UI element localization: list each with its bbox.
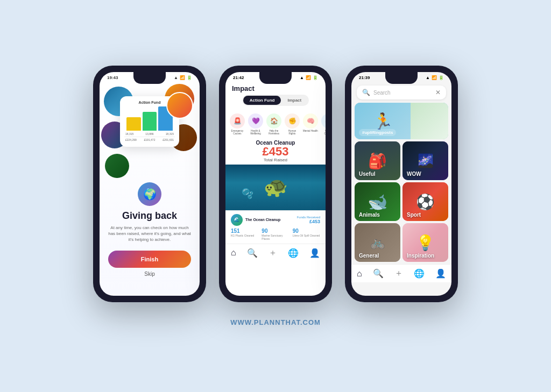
funds-info: Funds Received £453 xyxy=(297,216,320,224)
grid-item-inspiration[interactable]: 💡 Inspiration xyxy=(402,223,448,262)
grid-item-uplift[interactable]: 🏃 #upliftingposts xyxy=(355,103,448,139)
phone3-wrapper: 21:39 ▲ 📶 🔋 🔍 Search ✕ xyxy=(345,66,458,302)
nav3-add[interactable]: ＋ xyxy=(394,268,403,279)
signal-icon: ▲ xyxy=(174,75,178,80)
cat-ocean-circle: 🌊 xyxy=(321,113,326,129)
finish-button[interactable]: Finish xyxy=(108,251,191,268)
cat-homeless[interactable]: 🏠 Help the Homeless xyxy=(266,113,281,136)
aurora-icon: 🌌 xyxy=(418,153,434,168)
stat1-num: 151 xyxy=(231,228,258,234)
phone2-screen: 21:42 ▲ 📶 🔋 Impact Action Fund Impact xyxy=(225,72,326,296)
phone1-circles: Action Fund 18,315 13,886 18,315 £ xyxy=(100,81,200,178)
giving-title: Giving back xyxy=(108,210,191,222)
wifi-icon3: 📶 xyxy=(432,75,437,80)
impact-header: Impact Action Fund Impact xyxy=(225,81,326,111)
phone2: 21:42 ▲ 📶 🔋 Impact Action Fund Impact xyxy=(219,66,332,302)
grid-label-wow: WOW xyxy=(407,171,421,177)
phone3-time: 21:39 xyxy=(359,75,370,80)
uplift-right xyxy=(411,103,448,139)
phone2-time: 21:42 xyxy=(233,75,244,80)
phone1-notch xyxy=(133,72,166,84)
phone2-wrapper: 21:42 ▲ 📶 🔋 Impact Action Fund Impact xyxy=(219,66,332,302)
chart-val3: 18,315 xyxy=(166,132,174,136)
chart-totals: £224,299 £191,472 £201,631 xyxy=(124,137,175,142)
tab-action-fund[interactable]: Action Fund xyxy=(243,96,281,105)
cat-health-label: Health & Wellbeing xyxy=(248,130,263,136)
runner-icon: 🏃 xyxy=(373,112,393,131)
phone1-screen: 19:43 ▲ 📶 🔋 Action Fund xyxy=(100,72,200,296)
nav-globe[interactable]: 🌐 xyxy=(288,248,299,258)
phone2-notch xyxy=(259,72,292,84)
phone3: 21:39 ▲ 📶 🔋 🔍 Search ✕ xyxy=(345,66,458,302)
org-avatar: 🌊 xyxy=(231,214,243,226)
search-bar[interactable]: 🔍 Search ✕ xyxy=(357,85,446,99)
turtle-overlay: 🫧 🐢 xyxy=(225,165,326,210)
cat-emergency[interactable]: 🚨 Emergency Causes xyxy=(230,113,245,136)
nav-add[interactable]: ＋ xyxy=(269,247,277,259)
chart-total2: £191,472 xyxy=(144,138,156,141)
wifi-icon2: 📶 xyxy=(306,75,311,80)
nav3-profile[interactable]: 👤 xyxy=(435,268,446,279)
backpack-icon: 🎒 xyxy=(368,152,387,170)
grid-label-inspiration: Inspiration xyxy=(407,253,434,259)
battery-icon2: 🔋 xyxy=(313,75,318,80)
cat-rights[interactable]: ✊ Human Rights xyxy=(285,113,300,136)
cat-mental-circle: 🧠 xyxy=(303,113,318,129)
org-info: 🌊 The Ocean Cleanup xyxy=(231,214,280,226)
grid-item-sport[interactable]: ⚽ Sport xyxy=(402,182,448,221)
grid-item-animals[interactable]: 🐋 Animals xyxy=(355,182,400,221)
phone1: 19:43 ▲ 📶 🔋 Action Fund xyxy=(93,66,206,302)
phone1-wrapper: 19:43 ▲ 📶 🔋 Action Fund xyxy=(93,66,206,302)
nav3-home[interactable]: ⌂ xyxy=(357,269,362,279)
nav3-search[interactable]: 🔍 xyxy=(373,268,384,279)
signal-icon2: ▲ xyxy=(300,75,304,80)
stat3-num: 90 xyxy=(293,228,320,234)
cat-emergency-label: Emergency Causes xyxy=(230,130,245,136)
sport-icon: ⚽ xyxy=(416,193,435,211)
grid-label-sport: Sport xyxy=(407,212,421,218)
stat2-label: Marine Sanctuary Places xyxy=(262,234,289,240)
ocean-cleanup-label: Total Raised xyxy=(230,158,321,162)
impact-title: Impact xyxy=(232,84,319,92)
phone1-content: 🌍 Giving back At any time, you can check… xyxy=(100,178,200,281)
plastic-icon: 🫧 xyxy=(242,188,253,199)
search-icon: 🔍 xyxy=(362,89,370,96)
chart-total3: £201,631 xyxy=(163,138,174,141)
search-placeholder: Search xyxy=(373,90,432,96)
cat-homeless-label: Help the Homeless xyxy=(266,130,281,136)
bar-green xyxy=(143,112,157,131)
tab-impact[interactable]: Impact xyxy=(281,96,308,105)
turtle-image: 🫧 🐢 xyxy=(225,165,326,210)
circle-bot-left xyxy=(105,154,129,178)
org-card: 🌊 The Ocean Cleanup Funds Received £453 … xyxy=(225,210,326,244)
battery-icon: 🔋 xyxy=(187,75,192,80)
bikes-icon: 🚲 xyxy=(370,236,385,250)
nav-home[interactable]: ⌂ xyxy=(231,248,236,258)
stat3-label: Litres Oil Spill Cleaned xyxy=(293,234,320,237)
nav3-globe[interactable]: 🌐 xyxy=(414,268,425,279)
grid-label-useful: Useful xyxy=(359,171,376,177)
stat3: 90 Litres Oil Spill Cleaned xyxy=(293,228,320,240)
chart-total1: £224,299 xyxy=(125,138,137,141)
wifi-icon: 📶 xyxy=(180,75,185,80)
nav-profile[interactable]: 👤 xyxy=(309,248,320,258)
grid-item-general[interactable]: 🚲 General xyxy=(355,223,400,262)
cat-ocean[interactable]: 🌊 Ocean Cleanup xyxy=(321,113,326,136)
phone3-notch xyxy=(385,72,418,84)
search-close-icon[interactable]: ✕ xyxy=(435,89,441,96)
phone3-bottom-nav: ⌂ 🔍 ＋ 🌐 👤 xyxy=(351,264,451,282)
grid-item-useful[interactable]: 🎒 Useful xyxy=(355,141,400,180)
org-name: The Ocean Cleanup xyxy=(245,218,280,222)
cat-mental-label: Mental Health xyxy=(303,130,318,132)
phone1-status-icons: ▲ 📶 🔋 xyxy=(174,75,192,80)
stat2: 90 Marine Sanctuary Places xyxy=(262,228,289,240)
cat-mental[interactable]: 🧠 Mental Health xyxy=(303,113,318,136)
grid-item-wow[interactable]: 🌌 WOW xyxy=(402,141,448,180)
cat-health-circle: 💜 xyxy=(248,113,263,129)
cat-health[interactable]: 💜 Health & Wellbeing xyxy=(248,113,263,136)
stat1-label: KG Plastic Cleaned xyxy=(231,234,258,237)
nav-search[interactable]: 🔍 xyxy=(247,248,258,258)
stats-row: 151 KG Plastic Cleaned 90 Marine Sanctua… xyxy=(231,228,320,240)
skip-link[interactable]: Skip xyxy=(108,271,191,277)
cat-rights-label: Human Rights xyxy=(285,130,300,136)
